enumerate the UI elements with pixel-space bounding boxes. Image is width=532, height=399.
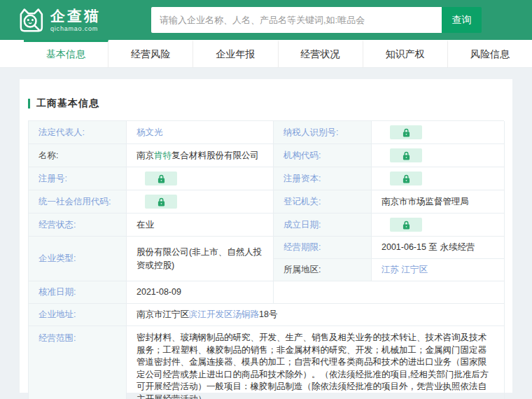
brand-text: 企查猫 qichamao.com <box>50 8 101 32</box>
field-value-taxpayer-id <box>372 121 505 144</box>
field-label-biz-scope: 经营范围: <box>29 326 127 399</box>
section-accent-bar <box>28 99 30 108</box>
field-label-biz-term: 经营期限: <box>274 237 372 259</box>
field-label-approval-date: 核准日期: <box>29 281 127 304</box>
brand-name: 企查猫 <box>50 8 101 23</box>
field-value-est-date <box>372 214 505 237</box>
lock-icon <box>402 151 410 160</box>
taxpayer-id-locked[interactable] <box>390 125 422 139</box>
qichamao-logo[interactable]: 企查猫 qichamao.com <box>17 7 101 33</box>
reg-no-locked[interactable] <box>145 172 177 186</box>
org-code-locked[interactable] <box>390 148 422 162</box>
address-district-link[interactable]: 滨江开发区汤铜路 <box>189 309 259 319</box>
field-value-address: 南京市江宁区滨江开发区汤铜路18号 <box>127 304 505 326</box>
field-label-credit-code: 统一社会信用代码: <box>29 190 127 214</box>
field-label-reg-authority: 登记机关: <box>274 190 372 214</box>
tab-intellectual-property[interactable]: 知识产权 <box>363 40 448 67</box>
search-button[interactable]: 查询 <box>442 7 482 33</box>
field-value-biz-scope: 密封材料、玻璃钢制品的研究、开发、生产、销售及相关业务的技术转让、技术咨询及技术… <box>127 326 505 399</box>
tab-bar: 基本信息 经营风险 企业年报 经营状况 知识产权 风险信息 <box>0 40 532 68</box>
business-info-card: 工商基本信息 法定代表人: 杨文光 纳税人识别号: 名称: 南京肯特复合材料股份… <box>20 79 512 393</box>
field-label-company-name: 名称: <box>29 144 127 167</box>
reg-capital-locked[interactable] <box>390 172 422 186</box>
field-label-reg-no: 注册号: <box>29 167 127 190</box>
field-label-address: 企业地址: <box>29 304 127 326</box>
region-link[interactable]: 江苏 江宁区 <box>382 263 428 276</box>
field-label-est-date: 成立日期: <box>274 214 372 237</box>
field-label-legal-rep: 法定代表人: <box>29 121 127 144</box>
tab-annual-report[interactable]: 企业年报 <box>193 40 278 67</box>
field-value-biz-term: 2001-06-15 至 永续经营 <box>372 237 505 259</box>
field-value-org-code <box>372 144 505 167</box>
tab-risk-info[interactable]: 风险信息 <box>448 40 532 67</box>
legal-rep-link[interactable]: 杨文光 <box>136 126 163 139</box>
lock-icon <box>158 174 165 183</box>
field-label-biz-status: 经营状态: <box>29 214 127 237</box>
app-header: 企查猫 qichamao.com 查询 <box>0 0 532 40</box>
field-value-company-type: 股份有限公司(非上市、自然人投资或控股) <box>127 237 274 281</box>
search-bar: 查询 <box>151 7 482 33</box>
empty-cell <box>274 281 505 304</box>
lock-icon <box>402 174 410 183</box>
est-date-locked[interactable] <box>390 218 422 232</box>
field-value-company-name: 南京肯特复合材料股份有限公司 <box>127 144 274 167</box>
business-info-table: 法定代表人: 杨文光 纳税人识别号: 名称: 南京肯特复合材料股份有限公司 机构… <box>28 120 504 399</box>
field-value-reg-capital <box>372 167 505 190</box>
field-value-region: 江苏 江宁区 <box>372 259 505 281</box>
field-label-taxpayer-id: 纳税人识别号: <box>274 121 372 144</box>
section-header: 工商基本信息 <box>28 97 504 110</box>
lock-icon <box>402 128 410 137</box>
section-title: 工商基本信息 <box>36 97 99 110</box>
field-value-biz-status: 在业 <box>127 214 274 237</box>
field-value-legal-rep: 杨文光 <box>127 121 274 144</box>
field-value-reg-no <box>127 167 274 190</box>
field-label-company-type: 企业类型: <box>29 237 127 281</box>
tab-operating-risk[interactable]: 经营风险 <box>108 40 193 67</box>
tab-operating-status[interactable]: 经营状况 <box>279 40 363 67</box>
search-input[interactable] <box>151 7 442 33</box>
lock-icon <box>402 220 410 230</box>
keyword-highlight: 肯特 <box>154 150 172 160</box>
cat-magnifier-icon <box>17 7 45 33</box>
lock-icon <box>158 197 165 206</box>
main-area: 工商基本信息 法定代表人: 杨文光 纳税人识别号: 名称: 南京肯特复合材料股份… <box>0 68 532 399</box>
brand-domain: qichamao.com <box>50 25 101 32</box>
field-label-reg-capital: 注册资本: <box>274 167 372 190</box>
tab-basic-info[interactable]: 基本信息 <box>24 40 108 67</box>
field-label-org-code: 机构代码: <box>274 144 372 167</box>
field-value-credit-code <box>127 190 274 214</box>
field-label-region: 所属地区: <box>274 259 372 281</box>
field-value-approval-date: 2021-08-09 <box>127 281 274 304</box>
credit-code-locked[interactable] <box>145 195 177 209</box>
field-value-reg-authority: 南京市市场监督管理局 <box>372 190 505 214</box>
